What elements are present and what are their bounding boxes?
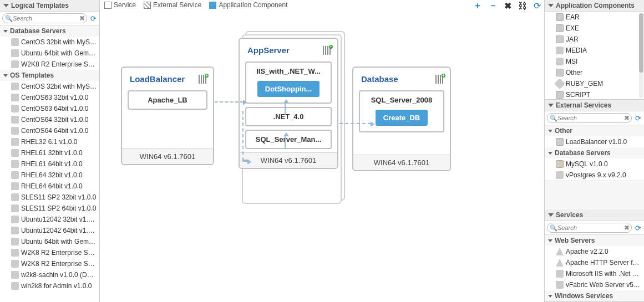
node-appserver[interactable]: AppServer IIS_with_.NET_W... DotShoppin.… [239, 38, 338, 169]
group-label: Other [555, 127, 572, 135]
list-item-label: RHEL64 64bit v1.0.0 [21, 182, 83, 190]
caret-down-icon [3, 74, 8, 77]
left-panel-header[interactable]: Logical Templates [0, 0, 99, 12]
list-item[interactable]: SLES11 SP2 64bit v1.0.0 [0, 203, 99, 214]
list-item-label: SLES11 SP2 64bit v1.0.0 [21, 204, 96, 212]
group-header[interactable]: Database Servers [0, 25, 99, 37]
node-database[interactable]: Database SQL_Server_2008 Create_DB WIN64… [352, 66, 451, 171]
add-icon[interactable]: ＋ [473, 0, 482, 12]
list-item[interactable]: MySQL v1.0.0 [545, 158, 644, 170]
remove-icon[interactable]: － [489, 0, 498, 12]
db-icon [556, 160, 564, 168]
clear-icon[interactable]: ✖ [624, 224, 630, 232]
list-item-label: Ubuntu 64bit with GemFire... [21, 49, 97, 57]
list-item[interactable]: w2k8-sachin v1.0.0 (DEV) [0, 269, 99, 280]
refresh-icon[interactable]: ⟳ [89, 14, 97, 22]
list-item[interactable]: RHEL64 64bit v1.0.0 [0, 181, 99, 192]
refresh-icon[interactable]: ⟳ [634, 114, 642, 122]
rhel-icon [11, 171, 19, 179]
caret-down-icon [548, 104, 554, 107]
list-item[interactable]: Apache HTTP Server for ... [545, 257, 644, 268]
rhel-icon [11, 160, 19, 168]
link-icon[interactable]: ⛓ [518, 1, 527, 11]
left-tree: Database ServersCentOS 32bit with MySQL … [0, 25, 99, 302]
list-item[interactable]: RHEL32 6.1 v1.0.0 [0, 136, 99, 147]
service-apache-lb[interactable]: Apache_LB [128, 90, 207, 110]
group-header[interactable]: Other [545, 125, 644, 136]
list-item[interactable]: MEDIA [545, 45, 644, 56]
list-item[interactable]: SCRIPT [545, 89, 644, 99]
list-item[interactable]: EAR [545, 12, 644, 23]
service-label: IIS_with_.NET_W... [249, 65, 328, 79]
ext-search-input[interactable] [547, 113, 632, 123]
list-item[interactable]: SLES11 SP2 32bit v1.0.0 [0, 192, 99, 203]
list-item[interactable]: CentOS 32bit with MySQL ... [0, 81, 99, 92]
list-item[interactable]: W2K8 R2 Enterprise SP1 ... [0, 258, 99, 269]
list-item[interactable]: RHEL61 32bit v1.0.0 [0, 147, 99, 158]
list-item[interactable]: Ubuntu12042 64bit v1.0.0 [0, 225, 99, 236]
right-stack: Application Components EAREXEJARMEDIAMSI… [544, 0, 644, 302]
blueprint-canvas[interactable]: Service External Service Application Com… [100, 0, 544, 302]
svc-header[interactable]: Services [545, 209, 644, 221]
list-item[interactable]: vFabric Web Server v5.1.1 [545, 279, 644, 290]
list-item[interactable]: W2K8 R2 Enterprise SP1 ... [0, 247, 99, 258]
clear-icon[interactable]: ✖ [624, 114, 630, 122]
ubuntu-icon [11, 49, 19, 57]
group-label: Windows Services [555, 292, 613, 300]
list-item-label: CentOS 32bit with MySQL ... [21, 83, 97, 90]
list-item[interactable]: CentOS64 64bit v1.0.0 [0, 125, 99, 136]
list-item[interactable]: CentOS 32bit with MySQL ... [0, 37, 99, 48]
appcomp-dotshopping[interactable]: DotShoppin... [257, 81, 320, 97]
group-header[interactable]: Web Servers [545, 235, 644, 246]
appcomp-title: Application Components [556, 2, 635, 9]
clear-icon[interactable]: ✖ [79, 14, 85, 22]
list-item[interactable]: Ubuntu 64bit with GemFire... [0, 236, 99, 247]
sles-icon [11, 271, 19, 279]
service-label: .NET_4.0 [273, 112, 304, 121]
group-header[interactable]: Database Servers [545, 147, 644, 158]
service-iis[interactable]: IIS_with_.NET_W... DotShoppin... [245, 62, 332, 104]
node-loadbalancer[interactable]: LoadBalancer Apache_LB WIN64 v6.1.7601 [121, 66, 214, 165]
appcomp-createdb[interactable]: Create_DB [376, 110, 428, 126]
sles-icon [11, 193, 19, 201]
list-item[interactable]: RHEL64 32bit v1.0.0 [0, 170, 99, 181]
close-icon[interactable]: ✖ [504, 1, 511, 11]
list-item-label: JAR [566, 35, 579, 43]
group-header[interactable]: OS Templates [0, 70, 99, 81]
appcomp-header[interactable]: Application Components [545, 0, 644, 12]
scrollbar-thumb[interactable] [639, 13, 643, 73]
list-item-label: vPostgres 9.x v9.2.0 [566, 171, 626, 179]
list-item[interactable]: CentOS63 32bit v1.0.0 [0, 92, 99, 103]
group-header[interactable]: Windows Services [545, 290, 644, 301]
list-item[interactable]: W2K8 R2 Enterprise SP1 ... [0, 59, 99, 70]
search-icon: 🔍 [550, 224, 557, 232]
list-item[interactable]: Ubuntu 64bit with GemFire... [0, 48, 99, 59]
connector [242, 111, 248, 161]
canvas-refresh-icon[interactable]: ⟳ [534, 1, 541, 11]
list-item[interactable]: CentOS64 32bit v1.0.0 [0, 114, 99, 125]
ext-header[interactable]: External Services [545, 100, 644, 111]
node-db-title: Database [361, 74, 398, 84]
list-item[interactable]: vPostgres 9.x v9.2.0 [545, 170, 644, 181]
service-dotnet[interactable]: .NET_4.0 [245, 107, 332, 126]
list-item[interactable]: Ubuntu12042 32bit v1.0.0 [0, 214, 99, 225]
list-item[interactable]: CentOS63 64bit v1.0.0 [0, 103, 99, 114]
list-item[interactable]: LoadBalancer v1.0.0 [545, 136, 644, 147]
list-item[interactable]: EXE [545, 23, 644, 34]
caret-down-icon [548, 152, 552, 155]
caret-down-icon [3, 30, 8, 33]
list-item[interactable]: MSI [545, 56, 644, 67]
list-item[interactable]: RHEL61 64bit v1.0.0 [0, 158, 99, 170]
scrollbar[interactable] [639, 13, 643, 98]
search-icon: 🔍 [550, 115, 557, 122]
list-item[interactable]: Apache v2.2.0 [545, 246, 644, 257]
list-item[interactable]: win2k8 for Admin v1.0.0 [0, 280, 99, 291]
svc-search-input[interactable] [547, 223, 632, 233]
refresh-icon[interactable]: ⟳ [634, 224, 642, 232]
group-label: Database Servers [10, 27, 66, 35]
left-search-input[interactable] [2, 13, 87, 23]
list-item[interactable]: Microsoft IIS with .Net Fra... [545, 268, 644, 279]
list-item[interactable]: JAR [545, 34, 644, 45]
list-item[interactable]: RUBY_GEM [545, 78, 644, 89]
list-item[interactable]: Other [545, 67, 644, 78]
